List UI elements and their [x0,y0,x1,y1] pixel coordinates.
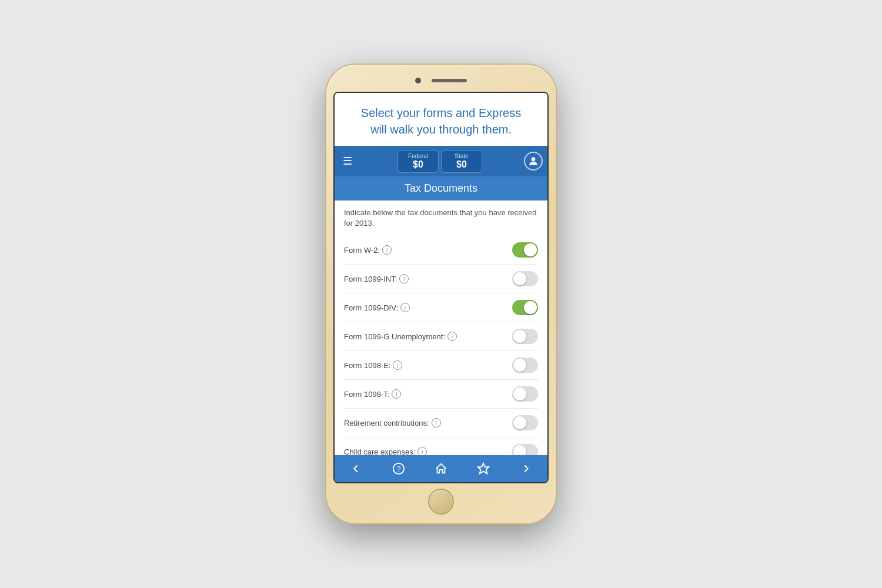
federal-tab[interactable]: Federal $0 [397,150,439,173]
form-label: Form 1099-INT: i [344,274,512,283]
toggle-track [512,444,538,455]
info-icon[interactable]: i [382,245,392,255]
help-button[interactable]: ? [386,460,411,477]
toggle-thumb [513,445,526,455]
home-button[interactable] [429,460,453,477]
form-label: Form 1098-E: i [344,360,512,370]
federal-tab-label: Federal [407,153,429,159]
toggle-switch[interactable] [512,329,538,344]
form-row: Form W-2: i [344,236,538,265]
svg-text:?: ? [396,465,400,473]
toggle-thumb [524,301,537,314]
toggle-track [512,329,538,344]
star-button[interactable] [471,460,496,477]
form-row: Retirement contributions: i [344,409,538,437]
info-icon[interactable]: i [417,447,427,455]
form-label: Form 1098-T: i [344,389,512,399]
toggle-thumb [513,387,526,400]
toggle-track [512,271,538,286]
toggle-switch[interactable] [512,300,538,315]
form-label: Form 1099-G Unemployment: i [344,332,512,341]
state-tab[interactable]: State $0 [441,150,482,173]
promo-title: Select your forms and Express will walk … [352,105,530,138]
home-physical-button[interactable] [428,489,454,514]
phone-camera [415,78,421,83]
phone-shell: Select your forms and Express will walk … [326,65,556,523]
toggle-switch[interactable] [512,415,538,430]
toggle-switch[interactable] [512,242,538,258]
phone-screen: Select your forms and Express will walk … [333,92,549,483]
toggle-switch[interactable] [512,444,538,455]
section-title-bar: Tax Documents [335,176,547,201]
toggle-track [512,415,538,430]
form-label: Form 1099-DIV: i [344,303,512,312]
phone-bottom-bar [333,487,549,516]
toggle-thumb [513,272,526,285]
forward-button[interactable] [514,460,539,477]
svg-point-0 [532,157,536,161]
federal-tab-value: $0 [407,159,429,170]
toggle-track [512,242,538,258]
toggle-thumb [513,330,526,343]
info-icon[interactable]: i [400,303,410,312]
state-tab-label: State [451,153,472,159]
phone-top-bar [333,72,549,89]
state-tab-value: $0 [451,159,472,170]
toggle-thumb [524,243,537,256]
promo-heading: Select your forms and Express will walk … [335,93,547,146]
back-button[interactable] [343,460,368,477]
phone-speaker [432,79,467,82]
toggle-track [512,386,538,402]
app-header: ☰ Federal $0 State $0 [335,146,547,176]
info-icon[interactable]: i [393,360,402,370]
toggle-switch[interactable] [512,358,538,373]
info-icon[interactable]: i [392,389,401,399]
form-row: Child care expenses: i [344,437,538,455]
section-title: Tax Documents [344,182,538,195]
info-icon[interactable]: i [432,418,441,427]
profile-icon[interactable] [524,152,543,171]
form-row: Form 1099-DIV: i [344,293,538,322]
toggle-switch[interactable] [512,271,538,286]
header-tabs: Federal $0 State $0 [356,150,524,173]
form-label: Retirement contributions: i [344,418,512,427]
toggle-track [512,300,538,315]
info-icon[interactable]: i [447,332,457,341]
form-row: Form 1098-T: i [344,380,538,409]
instruction-text: Indicate below the tax documents that yo… [344,208,538,229]
form-label: Child care expenses: i [344,447,512,455]
form-row: Form 1099-INT: i [344,265,538,293]
form-label: Form W-2: i [344,245,512,255]
form-row: Form 1098-E: i [344,351,538,380]
app-container: Select your forms and Express will walk … [335,93,547,482]
bottom-nav: ? [335,455,547,482]
toggle-thumb [513,416,526,429]
form-rows-container: Form W-2: iForm 1099-INT: iForm 1099-DIV… [344,236,538,455]
toggle-thumb [513,359,526,372]
svg-marker-3 [478,463,489,473]
hamburger-icon[interactable]: ☰ [339,151,356,171]
content-area: Indicate below the tax documents that yo… [335,201,547,455]
toggle-switch[interactable] [512,386,538,402]
info-icon[interactable]: i [399,274,409,283]
form-row: Form 1099-G Unemployment: i [344,322,538,351]
toggle-track [512,358,538,373]
